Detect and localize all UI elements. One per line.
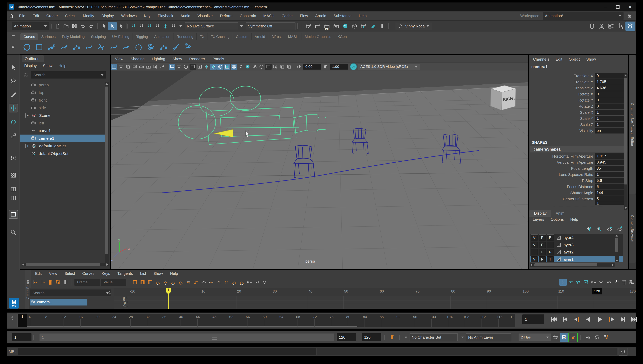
buffer-snapshot-icon[interactable] — [598, 279, 605, 286]
layer-flag-P[interactable]: P — [539, 242, 546, 248]
shelf-tab-surfaces[interactable]: Surfaces — [38, 33, 59, 40]
channel-value-field[interactable]: 1 — [595, 122, 627, 128]
frame-center-icon[interactable] — [147, 279, 154, 286]
outliner-tab[interactable]: Outliner — [22, 55, 44, 62]
snap-grid-icon[interactable] — [129, 22, 137, 30]
layer-flag-V[interactable]: V — [531, 256, 538, 262]
move-layer-down-button[interactable] — [595, 225, 603, 232]
range-grip[interactable] — [212, 335, 217, 340]
layout-single-pane-button[interactable] — [9, 210, 18, 218]
channel-value-field[interactable]: 144 — [595, 190, 627, 196]
shelf-tab-curves[interactable]: Curves — [21, 33, 38, 40]
viewport-menu-shading[interactable]: Shading — [127, 57, 148, 61]
channel-value-field[interactable]: 0 — [595, 73, 627, 79]
menu-substance[interactable]: Substance — [330, 14, 355, 18]
snap-view-plane-icon[interactable] — [161, 22, 169, 30]
mute-audio-icon[interactable] — [584, 333, 593, 342]
undo-icon[interactable] — [79, 22, 87, 30]
scroll-handle[interactable] — [26, 263, 100, 266]
layer-tab-anim[interactable]: Anim — [551, 210, 569, 217]
layer-hscrollbar[interactable] — [530, 263, 614, 267]
outliner-item-top[interactable]: top — [20, 89, 106, 96]
anim-layer-field[interactable]: No Anim Layer — [466, 333, 511, 341]
outliner-item-Scene[interactable]: Scene — [20, 112, 106, 119]
outliner-filter-icon[interactable] — [22, 72, 30, 78]
attach-curves-icon[interactable] — [108, 42, 119, 52]
outliner-item-camera1[interactable]: camera1 — [20, 134, 106, 142]
pre-infinity-icon[interactable] — [246, 279, 253, 286]
view-gear-icon[interactable] — [145, 64, 152, 70]
channel-value-field[interactable]: 0.945 — [595, 160, 627, 165]
shelf-tab-poly-modeling[interactable]: Poly Modeling — [59, 33, 88, 40]
safe-title-icon[interactable] — [196, 64, 203, 70]
menu-arnold[interactable]: Arnold — [311, 14, 330, 18]
graph-menu-select[interactable]: Select — [61, 272, 79, 276]
rebuild-curve-icon[interactable] — [145, 42, 156, 52]
outliner-vscrollbar[interactable] — [105, 82, 109, 265]
tangent-step-icon[interactable] — [192, 279, 200, 286]
outliner-item-curve1[interactable]: curve1 — [20, 127, 106, 134]
shelf-tab-mash[interactable]: MASH — [285, 33, 302, 40]
outliner-menu-help[interactable]: Help — [56, 64, 70, 70]
menu-cache[interactable]: Cache — [278, 14, 296, 18]
viewport-panel[interactable]: ViewShadingLightingShowRendererPanels 0.… — [111, 55, 528, 269]
frame-playback-icon[interactable] — [139, 279, 146, 286]
channel-value-field[interactable]: 0 — [595, 98, 627, 103]
copy-view-icon[interactable] — [279, 64, 285, 70]
region-keys-icon[interactable] — [55, 279, 62, 286]
layer-vscrollbar[interactable] — [615, 234, 619, 262]
graph-track-camera1[interactable]: camera1 — [30, 299, 87, 306]
channel-value-field[interactable]: 1 — [595, 116, 627, 122]
workspace-selector[interactable]: Animation* — [543, 12, 623, 20]
graph-editor-canvas[interactable]: -10102030405060708090100110130 0.50-0.5-… — [114, 288, 636, 309]
layer-row-layer4[interactable]: VPRlayer4 — [530, 234, 623, 241]
tangent-linear-icon[interactable]: C — [177, 279, 184, 286]
viewport-menu-panels[interactable]: Panels — [209, 57, 228, 61]
multisample-icon[interactable] — [265, 64, 272, 70]
retime-tool-icon[interactable] — [62, 279, 70, 286]
select-component-icon[interactable] — [117, 22, 125, 30]
menu-playback[interactable]: Playback — [154, 14, 177, 18]
layer-swatch[interactable] — [556, 242, 561, 248]
camera-attrs-icon[interactable] — [118, 64, 124, 70]
paint-effects-icon[interactable] — [368, 22, 377, 30]
graph-menu-help[interactable]: Help — [166, 272, 181, 276]
menu-windows[interactable]: Windows — [118, 14, 140, 18]
smooth-shade-icon[interactable] — [210, 64, 217, 70]
minimize-button[interactable] — [599, 2, 612, 12]
in-tangent-icon[interactable]: in — [231, 279, 238, 286]
layer-swatch[interactable] — [556, 256, 561, 262]
time-snap-icon[interactable] — [559, 279, 567, 286]
outliner-item-side[interactable]: side — [20, 104, 106, 112]
three-point-arc-icon[interactable] — [71, 42, 82, 52]
panel-splitter[interactable] — [553, 206, 603, 206]
outliner-search-input[interactable]: Search... — [31, 71, 106, 78]
menu-modify[interactable]: Modify — [79, 14, 98, 18]
command-language-label[interactable]: MEL — [7, 350, 18, 354]
step-back-frame-button[interactable] — [560, 314, 571, 325]
value-field[interactable]: Value — [101, 279, 126, 286]
grease-pencil-icon[interactable] — [159, 64, 165, 70]
shelf-tab-uv-editing[interactable]: UV Editing — [109, 33, 133, 40]
command-input[interactable] — [18, 348, 316, 355]
layer-menu-help[interactable]: Help — [567, 217, 581, 222]
layer-swatch[interactable] — [556, 249, 561, 255]
cut-curve-icon[interactable] — [96, 42, 107, 52]
viewport-menu-show[interactable]: Show — [169, 57, 185, 61]
menu-flow[interactable]: Flow — [296, 14, 311, 18]
fps-selector[interactable]: 24 fps — [519, 334, 551, 341]
channel-value-field[interactable]: 1.417 — [595, 154, 627, 159]
infinity-view-icon[interactable] — [590, 279, 597, 286]
graph-menu-show[interactable]: Show — [150, 272, 166, 276]
scale-tool[interactable] — [9, 132, 18, 140]
time-slider-playhead[interactable]: 1 — [18, 314, 27, 328]
shelf-tab-rigging[interactable]: Rigging — [132, 33, 151, 40]
shelf-tab-animation[interactable]: Animation — [151, 33, 174, 40]
menu-edit[interactable]: Edit — [29, 14, 43, 18]
open-close-curve-icon[interactable] — [133, 42, 144, 52]
menu-select[interactable]: Select — [62, 14, 79, 18]
timeline-steppers[interactable] — [11, 316, 14, 320]
channel-value-field[interactable]: 5 — [595, 184, 627, 190]
camera-lock-icon[interactable] — [138, 64, 145, 70]
section-collapser[interactable] — [297, 23, 298, 29]
